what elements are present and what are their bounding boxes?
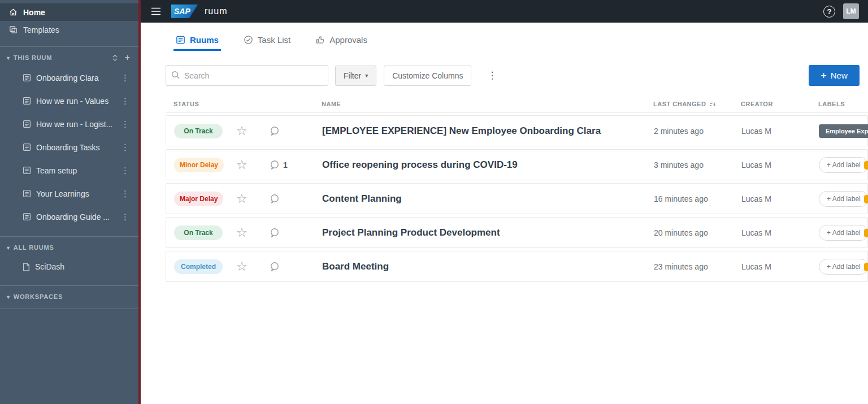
star-icon[interactable]: ☆ xyxy=(236,260,248,273)
comment-count: 1 xyxy=(283,160,288,170)
last-changed-value: 3 minutes ago xyxy=(654,160,741,170)
main-content: Ruums Task List Approvals Filter ▾ Custo… xyxy=(141,0,868,285)
sap-logo: SAP xyxy=(171,5,198,18)
toolbar: Filter ▾ Customize Columns ⋮ + New xyxy=(166,65,860,86)
col-last-changed-label: LAST CHANGED xyxy=(653,101,706,107)
kebab-menu-icon[interactable]: ⋮ xyxy=(118,166,133,176)
filter-button[interactable]: Filter ▾ xyxy=(335,66,376,86)
ruum-table: STATUS NAME LAST CHANGED CREATOR LABELS … xyxy=(166,86,868,285)
search-box xyxy=(166,65,328,86)
help-icon[interactable]: ? xyxy=(823,6,835,18)
section-title: WORKSPACES xyxy=(14,293,63,300)
tab-label: Approvals xyxy=(329,35,367,45)
hamburger-menu-icon[interactable] xyxy=(147,4,164,19)
comment-icon[interactable] xyxy=(269,193,280,205)
table-row[interactable]: Minor Delay ☆ 1 Office reopening process… xyxy=(166,149,868,180)
kebab-menu-icon[interactable]: ⋮ xyxy=(118,96,133,106)
search-icon xyxy=(171,71,180,80)
file-icon xyxy=(23,263,30,271)
more-options-icon[interactable]: ⋮ xyxy=(483,67,501,84)
add-label-button[interactable]: + Add label xyxy=(819,225,868,241)
plus-icon: + xyxy=(821,71,827,81)
all-ruums-header[interactable]: ▾ ALL RUUMS xyxy=(0,239,138,256)
tab-ruums[interactable]: Ruums xyxy=(173,31,221,51)
kebab-menu-icon[interactable]: ⋮ xyxy=(118,212,133,222)
sidebar: Home Templates ▾ THIS RUUM + Onboarding … xyxy=(0,0,138,404)
tab-approvals[interactable]: Approvals xyxy=(313,31,370,51)
sidebar-ruum-item[interactable]: Team setup ⋮ xyxy=(0,159,138,182)
ruum-name-link[interactable]: Office reopening process during COVID-19 xyxy=(322,159,518,170)
ruum-doc-icon xyxy=(23,120,31,128)
tab-task-list[interactable]: Task List xyxy=(241,31,293,51)
search-input[interactable] xyxy=(166,65,328,86)
sidebar-ruum-item[interactable]: How we run - Values ⋮ xyxy=(0,89,138,112)
sidebar-ruum-item[interactable]: Your Learnings ⋮ xyxy=(0,182,138,205)
ruum-name-link[interactable]: Board Meeting xyxy=(322,261,389,272)
kebab-menu-icon[interactable]: ⋮ xyxy=(118,189,133,199)
star-icon[interactable]: ☆ xyxy=(236,125,248,137)
tab-label: Task List xyxy=(258,35,290,45)
customize-columns-label: Customize Columns xyxy=(392,71,463,80)
sidebar-item-label: Onboarding Tasks xyxy=(36,143,112,152)
ruum-name-link[interactable]: Content Planning xyxy=(322,193,402,204)
label-tag[interactable]: Employee Expe xyxy=(819,124,868,138)
tab-bar: Ruums Task List Approvals xyxy=(141,23,868,51)
comment-icon[interactable] xyxy=(269,159,280,171)
topbar: SAP ruum ? LM xyxy=(141,0,868,23)
star-icon[interactable]: ☆ xyxy=(236,193,248,205)
table-row[interactable]: On Track ☆ [EMPLOYEE EXPERIENCE] New Emp… xyxy=(166,115,868,146)
col-name: NAME xyxy=(311,101,653,107)
star-icon[interactable]: ☆ xyxy=(236,159,248,171)
col-labels: LABELS xyxy=(818,101,868,107)
col-last-changed[interactable]: LAST CHANGED xyxy=(653,101,741,107)
approvals-icon xyxy=(315,35,325,45)
this-ruum-section: ▾ THIS RUUM + Onboarding Clara ⋮ How we … xyxy=(0,46,138,228)
clipped-orange-icon xyxy=(864,195,868,203)
kebab-menu-icon[interactable]: ⋮ xyxy=(118,119,133,129)
ruum-doc-icon xyxy=(23,189,31,198)
add-label-button[interactable]: + Add label xyxy=(819,191,868,207)
chevron-down-icon: ▾ xyxy=(365,72,368,79)
comment-icon[interactable] xyxy=(269,227,280,238)
table-row[interactable]: Completed ☆ Board Meeting 23 minutes ago… xyxy=(166,251,868,282)
workspaces-header[interactable]: ▾ WORKSPACES xyxy=(0,288,138,305)
ruum-name-link[interactable]: Project Planning Product Development xyxy=(322,227,500,238)
avatar[interactable]: LM xyxy=(843,3,859,19)
kebab-menu-icon[interactable]: ⋮ xyxy=(118,73,133,83)
customize-columns-button[interactable]: Customize Columns xyxy=(384,66,471,86)
product-name: ruum xyxy=(205,6,227,16)
sap-logo-text: SAP xyxy=(174,7,190,16)
new-button[interactable]: + New xyxy=(809,65,860,86)
comment-icon[interactable] xyxy=(269,125,280,137)
add-ruum-icon[interactable]: + xyxy=(125,53,131,62)
chevron-down-icon: ▾ xyxy=(7,55,10,61)
this-ruum-header[interactable]: ▾ THIS RUUM + xyxy=(0,49,138,66)
ruum-name-link[interactable]: [EMPLOYEE EXPERIENCE] New Employee Onboa… xyxy=(322,125,601,136)
creator-value: Lucas M xyxy=(741,194,819,203)
table-row[interactable]: On Track ☆ Project Planning Product Deve… xyxy=(166,217,868,248)
add-label-button[interactable]: + Add label xyxy=(819,157,868,173)
sidebar-ruum-item[interactable]: Onboarding Guide ... ⋮ xyxy=(0,205,138,228)
status-badge: Completed xyxy=(174,259,223,274)
table-row[interactable]: Major Delay ☆ Content Planning 16 minute… xyxy=(166,183,868,214)
creator-value: Lucas M xyxy=(741,262,819,271)
collapse-icon[interactable] xyxy=(112,55,118,61)
sidebar-item-scidash[interactable]: SciDash xyxy=(0,256,138,277)
sidebar-ruum-item[interactable]: How we run - Logist... ⋮ xyxy=(0,112,138,136)
sidebar-item-templates[interactable]: Templates xyxy=(0,21,138,38)
comment-icon[interactable] xyxy=(269,261,280,272)
star-icon[interactable]: ☆ xyxy=(236,227,248,239)
status-badge: Minor Delay xyxy=(174,158,224,172)
clipped-orange-icon xyxy=(864,229,868,237)
clipped-orange-icon xyxy=(864,263,868,271)
add-label-button[interactable]: + Add label xyxy=(819,259,868,275)
col-creator: CREATOR xyxy=(741,101,818,107)
creator-value: Lucas M xyxy=(741,127,819,136)
sidebar-item-label: How we run - Values xyxy=(36,97,112,106)
sidebar-item-home[interactable]: Home xyxy=(0,3,138,21)
sidebar-ruum-item[interactable]: Onboarding Clara ⋮ xyxy=(0,66,138,89)
workspaces-section: ▾ WORKSPACES xyxy=(0,285,138,309)
kebab-menu-icon[interactable]: ⋮ xyxy=(118,142,133,153)
sidebar-ruum-item[interactable]: Onboarding Tasks ⋮ xyxy=(0,136,138,159)
creator-value: Lucas M xyxy=(741,228,819,237)
